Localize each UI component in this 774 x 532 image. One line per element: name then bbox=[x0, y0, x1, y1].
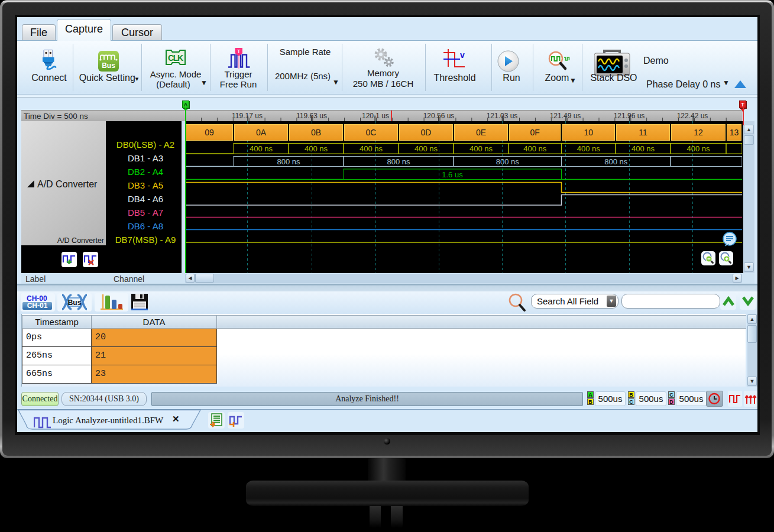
svg-text:800 ns: 800 ns bbox=[277, 157, 300, 166]
svg-text:13: 13 bbox=[730, 128, 739, 137]
svg-text:400 ns: 400 ns bbox=[414, 144, 438, 153]
svg-text:11: 11 bbox=[639, 128, 647, 137]
svg-text:400 ns: 400 ns bbox=[523, 144, 547, 153]
svg-text:10: 10 bbox=[584, 128, 593, 137]
svg-text:400 ns: 400 ns bbox=[577, 144, 601, 153]
svg-text:400 ns: 400 ns bbox=[305, 144, 328, 153]
svg-text:0A: 0A bbox=[256, 128, 267, 137]
svg-text:Bus: Bus bbox=[68, 299, 82, 307]
svg-text:400 ns: 400 ns bbox=[631, 144, 655, 153]
svg-text:T: T bbox=[237, 48, 241, 54]
svg-text:0B: 0B bbox=[311, 128, 321, 137]
svg-text:400 ns: 400 ns bbox=[250, 144, 273, 153]
svg-text:1.6 us: 1.6 us bbox=[442, 170, 463, 179]
svg-text:400 ns: 400 ns bbox=[469, 144, 493, 153]
svg-text:0E: 0E bbox=[476, 128, 486, 137]
svg-text:800 ns: 800 ns bbox=[496, 157, 520, 166]
svg-text:09: 09 bbox=[205, 128, 214, 137]
svg-text:CLK: CLK bbox=[168, 53, 183, 63]
svg-text:0D: 0D bbox=[421, 128, 432, 137]
svg-text:400 ns: 400 ns bbox=[360, 144, 383, 153]
svg-text:400 ns: 400 ns bbox=[686, 144, 710, 153]
svg-text:800 ns: 800 ns bbox=[604, 157, 628, 166]
svg-text:12: 12 bbox=[694, 128, 703, 137]
svg-text:v: v bbox=[460, 50, 465, 60]
svg-text:800 ns: 800 ns bbox=[387, 157, 410, 166]
svg-text:0F: 0F bbox=[530, 128, 540, 137]
svg-text:Bus: Bus bbox=[102, 61, 115, 70]
svg-text:0C: 0C bbox=[366, 128, 377, 137]
